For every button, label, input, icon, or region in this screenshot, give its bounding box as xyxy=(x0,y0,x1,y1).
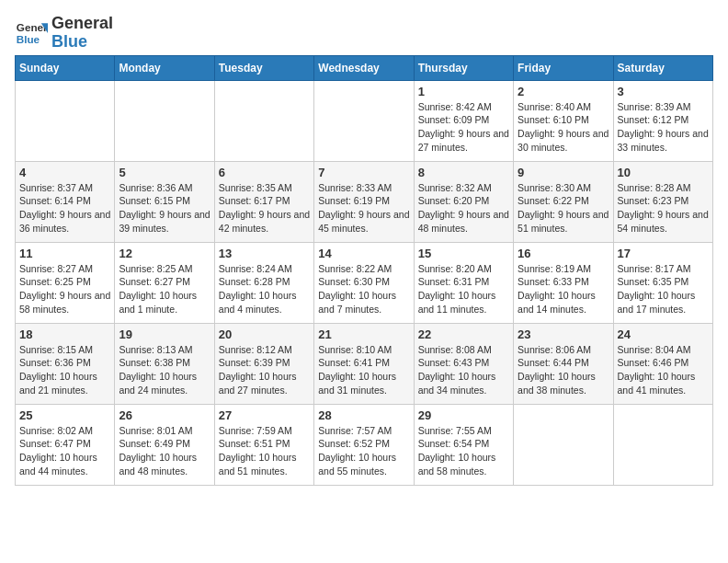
calendar-cell xyxy=(214,80,313,161)
calendar-table: SundayMondayTuesdayWednesdayThursdayFrid… xyxy=(15,55,713,486)
calendar-cell: 13Sunrise: 8:24 AM Sunset: 6:28 PM Dayli… xyxy=(214,242,313,323)
day-info: Sunrise: 8:32 AM Sunset: 6:20 PM Dayligh… xyxy=(418,181,509,236)
day-number: 15 xyxy=(418,247,509,260)
day-number: 11 xyxy=(19,247,110,260)
header-tuesday: Tuesday xyxy=(214,55,313,80)
day-number: 22 xyxy=(418,327,509,341)
day-number: 6 xyxy=(219,166,310,179)
day-number: 23 xyxy=(518,327,609,341)
day-info: Sunrise: 8:36 AM Sunset: 6:15 PM Dayligh… xyxy=(119,181,210,236)
day-number: 16 xyxy=(518,247,609,260)
svg-text:General: General xyxy=(17,21,48,33)
day-info: Sunrise: 8:39 AM Sunset: 6:12 PM Dayligh… xyxy=(618,100,709,155)
day-number: 19 xyxy=(119,327,210,341)
calendar-cell: 11Sunrise: 8:27 AM Sunset: 6:25 PM Dayli… xyxy=(16,242,115,323)
day-info: Sunrise: 8:22 AM Sunset: 6:30 PM Dayligh… xyxy=(318,262,409,316)
day-info: Sunrise: 7:59 AM Sunset: 6:51 PM Dayligh… xyxy=(219,424,310,478)
calendar-cell: 9Sunrise: 8:30 AM Sunset: 6:22 PM Daylig… xyxy=(514,161,613,242)
calendar-cell: 14Sunrise: 8:22 AM Sunset: 6:30 PM Dayli… xyxy=(314,242,414,323)
day-info: Sunrise: 8:13 AM Sunset: 6:38 PM Dayligh… xyxy=(119,343,210,397)
calendar-cell xyxy=(613,404,712,485)
calendar-cell: 15Sunrise: 8:20 AM Sunset: 6:31 PM Dayli… xyxy=(414,242,513,323)
header-wednesday: Wednesday xyxy=(314,55,414,80)
calendar-cell: 1Sunrise: 8:42 AM Sunset: 6:09 PM Daylig… xyxy=(414,80,513,161)
day-info: Sunrise: 8:42 AM Sunset: 6:09 PM Dayligh… xyxy=(418,100,509,155)
day-number: 2 xyxy=(518,85,609,98)
day-number: 4 xyxy=(19,166,110,179)
day-info: Sunrise: 8:20 AM Sunset: 6:31 PM Dayligh… xyxy=(418,262,509,316)
day-number: 13 xyxy=(219,247,310,260)
day-info: Sunrise: 8:15 AM Sunset: 6:36 PM Dayligh… xyxy=(19,343,110,397)
day-number: 25 xyxy=(19,408,110,422)
calendar-cell: 16Sunrise: 8:19 AM Sunset: 6:33 PM Dayli… xyxy=(514,242,613,323)
calendar-cell xyxy=(115,80,214,161)
calendar-cell: 21Sunrise: 8:10 AM Sunset: 6:41 PM Dayli… xyxy=(314,323,414,404)
header-saturday: Saturday xyxy=(613,55,712,80)
day-info: Sunrise: 7:55 AM Sunset: 6:54 PM Dayligh… xyxy=(418,424,509,478)
day-number: 14 xyxy=(318,247,409,260)
calendar-cell: 24Sunrise: 8:04 AM Sunset: 6:46 PM Dayli… xyxy=(613,323,712,404)
calendar-cell: 8Sunrise: 8:32 AM Sunset: 6:20 PM Daylig… xyxy=(414,161,513,242)
day-number: 20 xyxy=(219,327,310,341)
day-number: 27 xyxy=(219,408,310,422)
logo-text: General Blue xyxy=(51,15,113,52)
week-row-4: 18Sunrise: 8:15 AM Sunset: 6:36 PM Dayli… xyxy=(16,323,713,404)
day-info: Sunrise: 7:57 AM Sunset: 6:52 PM Dayligh… xyxy=(318,424,409,478)
calendar-cell: 25Sunrise: 8:02 AM Sunset: 6:47 PM Dayli… xyxy=(16,404,115,485)
day-number: 18 xyxy=(19,327,110,341)
day-number: 24 xyxy=(618,327,709,341)
day-info: Sunrise: 8:37 AM Sunset: 6:14 PM Dayligh… xyxy=(19,181,110,236)
header-friday: Friday xyxy=(514,55,613,80)
day-info: Sunrise: 8:06 AM Sunset: 6:44 PM Dayligh… xyxy=(518,343,609,397)
day-info: Sunrise: 8:08 AM Sunset: 6:43 PM Dayligh… xyxy=(418,343,509,397)
day-info: Sunrise: 8:33 AM Sunset: 6:19 PM Dayligh… xyxy=(318,181,409,236)
day-info: Sunrise: 8:01 AM Sunset: 6:49 PM Dayligh… xyxy=(119,424,210,478)
calendar-cell: 28Sunrise: 7:57 AM Sunset: 6:52 PM Dayli… xyxy=(314,404,414,485)
day-number: 9 xyxy=(518,166,609,179)
calendar-cell: 10Sunrise: 8:28 AM Sunset: 6:23 PM Dayli… xyxy=(613,161,712,242)
day-number: 28 xyxy=(318,408,409,422)
header-thursday: Thursday xyxy=(414,55,513,80)
calendar-cell: 20Sunrise: 8:12 AM Sunset: 6:39 PM Dayli… xyxy=(214,323,313,404)
calendar-cell: 22Sunrise: 8:08 AM Sunset: 6:43 PM Dayli… xyxy=(414,323,513,404)
week-row-5: 25Sunrise: 8:02 AM Sunset: 6:47 PM Dayli… xyxy=(16,404,713,485)
week-row-2: 4Sunrise: 8:37 AM Sunset: 6:14 PM Daylig… xyxy=(16,161,713,242)
calendar-cell: 4Sunrise: 8:37 AM Sunset: 6:14 PM Daylig… xyxy=(16,161,115,242)
day-info: Sunrise: 8:12 AM Sunset: 6:39 PM Dayligh… xyxy=(219,343,310,397)
calendar-cell xyxy=(16,80,115,161)
week-row-1: 1Sunrise: 8:42 AM Sunset: 6:09 PM Daylig… xyxy=(16,80,713,161)
day-number: 10 xyxy=(618,166,709,179)
calendar-cell: 26Sunrise: 8:01 AM Sunset: 6:49 PM Dayli… xyxy=(115,404,214,485)
day-info: Sunrise: 8:40 AM Sunset: 6:10 PM Dayligh… xyxy=(518,100,609,155)
day-number: 1 xyxy=(418,85,509,98)
header-sunday: Sunday xyxy=(16,55,115,80)
calendar-cell: 19Sunrise: 8:13 AM Sunset: 6:38 PM Dayli… xyxy=(115,323,214,404)
calendar-cell: 17Sunrise: 8:17 AM Sunset: 6:35 PM Dayli… xyxy=(613,242,712,323)
day-info: Sunrise: 8:28 AM Sunset: 6:23 PM Dayligh… xyxy=(618,181,709,236)
day-number: 26 xyxy=(119,408,210,422)
day-number: 3 xyxy=(618,85,709,98)
calendar-header-row: SundayMondayTuesdayWednesdayThursdayFrid… xyxy=(16,55,713,80)
day-number: 5 xyxy=(119,166,210,179)
day-info: Sunrise: 8:30 AM Sunset: 6:22 PM Dayligh… xyxy=(518,181,609,236)
day-info: Sunrise: 8:35 AM Sunset: 6:17 PM Dayligh… xyxy=(219,181,310,236)
calendar-cell: 2Sunrise: 8:40 AM Sunset: 6:10 PM Daylig… xyxy=(514,80,613,161)
calendar-cell xyxy=(314,80,414,161)
day-number: 17 xyxy=(618,247,709,260)
day-info: Sunrise: 8:24 AM Sunset: 6:28 PM Dayligh… xyxy=(219,262,310,316)
day-info: Sunrise: 8:17 AM Sunset: 6:35 PM Dayligh… xyxy=(618,262,709,316)
day-info: Sunrise: 8:27 AM Sunset: 6:25 PM Dayligh… xyxy=(19,262,110,316)
logo: General Blue General Blue xyxy=(15,15,113,52)
calendar-cell: 6Sunrise: 8:35 AM Sunset: 6:17 PM Daylig… xyxy=(214,161,313,242)
calendar-cell: 18Sunrise: 8:15 AM Sunset: 6:36 PM Dayli… xyxy=(16,323,115,404)
page-header: General Blue General Blue xyxy=(15,15,713,52)
calendar-cell: 27Sunrise: 7:59 AM Sunset: 6:51 PM Dayli… xyxy=(214,404,313,485)
calendar-cell: 3Sunrise: 8:39 AM Sunset: 6:12 PM Daylig… xyxy=(613,80,712,161)
week-row-3: 11Sunrise: 8:27 AM Sunset: 6:25 PM Dayli… xyxy=(16,242,713,323)
calendar-cell: 29Sunrise: 7:55 AM Sunset: 6:54 PM Dayli… xyxy=(414,404,513,485)
day-number: 7 xyxy=(318,166,409,179)
day-number: 29 xyxy=(418,408,509,422)
calendar-cell: 5Sunrise: 8:36 AM Sunset: 6:15 PM Daylig… xyxy=(115,161,214,242)
day-info: Sunrise: 8:25 AM Sunset: 6:27 PM Dayligh… xyxy=(119,262,210,316)
calendar-cell: 12Sunrise: 8:25 AM Sunset: 6:27 PM Dayli… xyxy=(115,242,214,323)
